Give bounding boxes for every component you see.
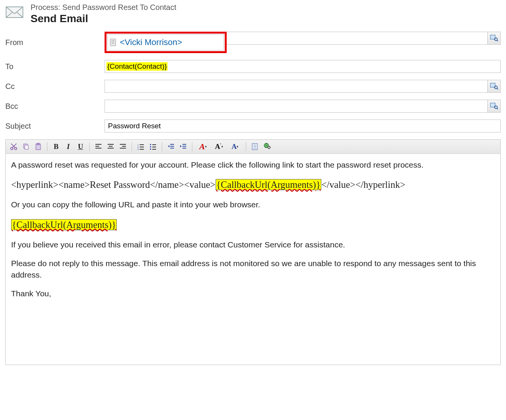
body-paragraph: Thank You, (11, 288, 493, 299)
from-highlight-box: <Vicki Morrison> (105, 32, 227, 53)
token-line: {CallbackUrl(Arguments)} (11, 218, 493, 231)
align-right-button[interactable] (117, 141, 129, 152)
body-paragraph: Please do not reply to this message. Thi… (11, 258, 493, 280)
svg-rect-0 (110, 39, 116, 46)
underline-button[interactable]: U (75, 141, 86, 152)
editor-toolbar: B I U 123 A▾ A▪▾ A▾ (6, 140, 500, 154)
svg-rect-18 (25, 145, 28, 149)
from-label: From (5, 38, 105, 47)
process-label: Process: Send Password Reset To Contact (31, 3, 176, 12)
highlight-color-button[interactable]: A▪▾ (211, 141, 227, 152)
outdent-button[interactable] (165, 141, 177, 152)
subject-field[interactable] (105, 120, 501, 132)
editor-content[interactable]: A password reset was requested for your … (6, 154, 500, 365)
callback-token: {CallbackUrl(Arguments)} (216, 179, 321, 190)
bcc-field[interactable] (105, 100, 488, 113)
paste-button[interactable] (32, 141, 44, 152)
toolbar-separator (192, 142, 192, 151)
body-paragraph: A password reset was requested for your … (11, 159, 493, 170)
toolbar-separator (246, 142, 246, 151)
svg-rect-38 (150, 149, 151, 150)
toolbar-separator (89, 142, 90, 151)
cc-lookup-button[interactable] (488, 80, 501, 93)
from-value: <Vicki Morrison> (120, 37, 182, 47)
toolbar-separator (47, 142, 47, 151)
markup-text: </value></hyperlink> (321, 179, 405, 190)
insert-hyperlink-button[interactable] (261, 141, 273, 152)
from-field[interactable]: <Vicki Morrison> (107, 34, 224, 50)
bcc-label: Bcc (5, 102, 105, 111)
toolbar-separator (132, 142, 132, 151)
italic-button[interactable]: I (63, 141, 74, 152)
copy-button[interactable] (20, 141, 32, 152)
cut-button[interactable] (8, 141, 19, 152)
body-paragraph: If you believe you received this email i… (11, 239, 493, 250)
record-icon (109, 38, 118, 47)
align-left-button[interactable] (93, 141, 104, 152)
hyperlink-markup-line: <hyperlink><name>Reset Password</name><v… (11, 178, 493, 191)
svg-rect-37 (150, 146, 151, 147)
from-lookup-button[interactable] (488, 32, 501, 45)
toolbar-separator (162, 142, 162, 151)
svg-line-12 (497, 108, 498, 109)
font-color-button[interactable]: A▾ (195, 141, 211, 152)
svg-rect-20 (37, 143, 39, 145)
unordered-list-button[interactable] (147, 141, 159, 152)
form-header: Process: Send Password Reset To Contact … (5, 3, 501, 25)
callback-token: {CallbackUrl(Arguments)} (11, 219, 117, 230)
bcc-lookup-button[interactable] (488, 100, 501, 113)
markup-text: <hyperlink><name> (11, 179, 90, 190)
from-field-extra[interactable] (227, 32, 488, 45)
svg-rect-36 (150, 144, 151, 145)
cc-row: Cc (5, 80, 501, 93)
editor-body: A password reset was requested for your … (6, 154, 500, 365)
font-size-button[interactable]: A▾ (227, 141, 243, 152)
indent-button[interactable] (177, 141, 189, 152)
ordered-list-button[interactable]: 123 (135, 141, 147, 152)
markup-text: Reset Password (90, 179, 150, 190)
body-paragraph: Or you can copy the following URL and pa… (11, 199, 493, 210)
from-row: From <Vicki Morrison> (5, 32, 501, 53)
cc-field[interactable] (105, 80, 488, 93)
bcc-row: Bcc (5, 100, 501, 113)
svg-text:3: 3 (137, 148, 139, 150)
to-field[interactable]: {Contact(Contact)} (105, 60, 501, 73)
insert-field-button[interactable] (249, 141, 261, 152)
svg-line-9 (497, 88, 498, 89)
rich-text-editor: B I U 123 A▾ A▪▾ A▾ A password reset was… (5, 139, 501, 365)
cc-label: Cc (5, 82, 105, 91)
to-label: To (5, 62, 105, 71)
subject-row: Subject (5, 120, 501, 132)
header-text: Process: Send Password Reset To Contact … (31, 3, 176, 25)
bold-button[interactable]: B (50, 141, 62, 152)
svg-line-6 (497, 40, 498, 41)
align-center-button[interactable] (105, 141, 116, 152)
page-title: Send Email (31, 13, 176, 25)
mail-icon (5, 5, 24, 20)
markup-text: </name><value> (150, 179, 216, 190)
to-token: {Contact(Contact)} (106, 62, 168, 71)
subject-label: Subject (5, 122, 105, 131)
to-row: To {Contact(Contact)} (5, 60, 501, 73)
